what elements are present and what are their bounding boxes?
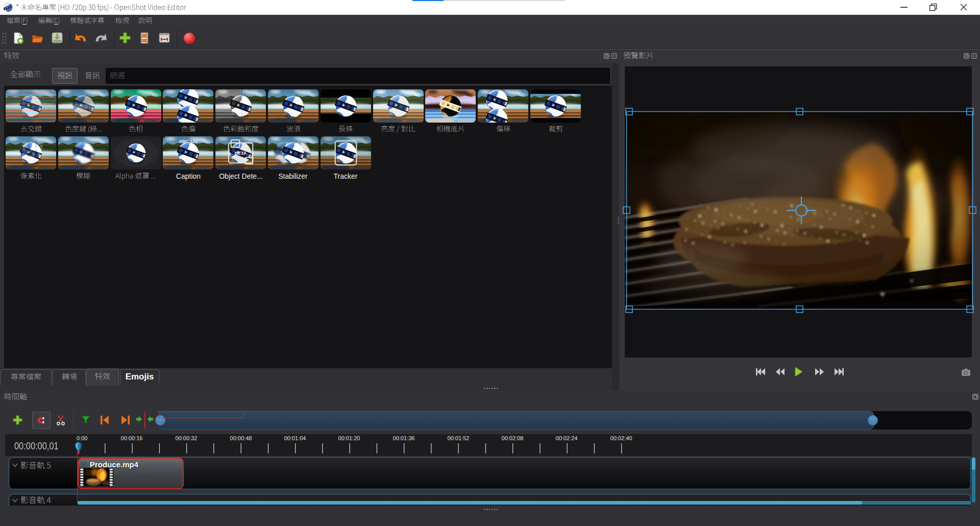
svg-text:ABC 123: ABC 123 (179, 139, 198, 144)
svg-text:BETA: BETA (235, 151, 247, 156)
